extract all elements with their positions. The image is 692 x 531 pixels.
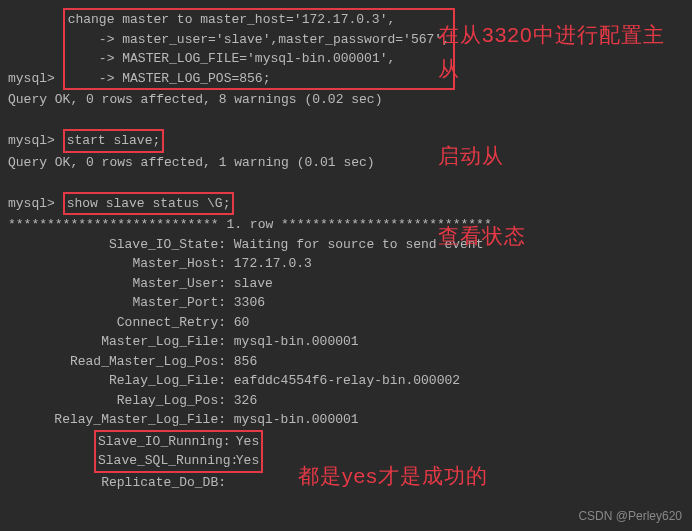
status-row: Slave_IO_State: Waiting for source to se… — [8, 235, 692, 255]
status-list: Slave_IO_State: Waiting for source to se… — [8, 235, 692, 430]
status-row: Master_Log_File: mysql-bin.000001 — [8, 332, 692, 352]
query-result: Query OK, 0 rows affected, 8 warnings (0… — [8, 90, 692, 110]
status-row: Relay_Log_Pos: 326 — [8, 391, 692, 411]
mysql-prompt: mysql> — [8, 71, 55, 86]
status-row: Connect_Retry: 60 — [8, 313, 692, 333]
status-row: Master_Port: 3306 — [8, 293, 692, 313]
annotation-yes: 都是yes才是成功的 — [298, 460, 488, 492]
row-separator: *************************** 1. row *****… — [8, 215, 692, 235]
terminal-line: mysql> start slave; — [8, 129, 692, 153]
status-row: Slave_SQL_Running: Yes — [98, 451, 259, 471]
status-row: Relay_Log_File: eafddc4554f6-relay-bin.0… — [8, 371, 692, 391]
status-row: Master_Host: 172.17.0.3 — [8, 254, 692, 274]
status-row: Master_User: slave — [8, 274, 692, 294]
highlight-box-start-slave: start slave; — [63, 129, 165, 153]
mysql-prompt: mysql> — [8, 133, 55, 148]
terminal-line: mysql> show slave status \G; — [8, 192, 692, 216]
query-result: Query OK, 0 rows affected, 1 warning (0.… — [8, 153, 692, 173]
annotation-status: 查看状态 — [438, 220, 526, 252]
highlight-box-show-status: show slave status \G; — [63, 192, 235, 216]
status-row: Relay_Master_Log_File: mysql-bin.000001 — [8, 410, 692, 430]
status-row: Read_Master_Log_Pos: 856 — [8, 352, 692, 372]
highlight-box-running: Slave_IO_Running: Yes Slave_SQL_Running:… — [94, 430, 263, 473]
annotation-config: 在从3320中进行配置主从 — [438, 18, 668, 85]
watermark: CSDN @Perley620 — [578, 507, 682, 525]
mysql-prompt: mysql> — [8, 196, 55, 211]
status-row: Slave_IO_Running: Yes — [98, 432, 259, 452]
highlight-box-change-master: change master to master_host='172.17.0.3… — [63, 8, 455, 90]
annotation-start: 启动从 — [438, 140, 504, 172]
